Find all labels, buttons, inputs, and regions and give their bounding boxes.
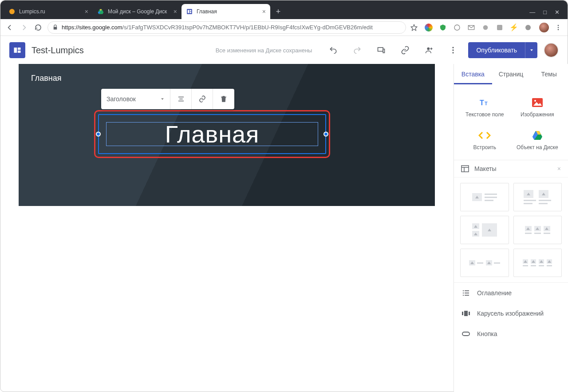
tab-label: Мой диск – Google Диск bbox=[108, 8, 170, 15]
menu-icon[interactable] bbox=[553, 23, 563, 32]
button-icon bbox=[462, 332, 470, 336]
preview-button[interactable] bbox=[372, 41, 390, 59]
share-button[interactable] bbox=[420, 41, 438, 59]
svg-marker-26 bbox=[161, 98, 164, 100]
site-name[interactable]: Test-Lumpics bbox=[32, 45, 84, 55]
svg-point-15 bbox=[558, 29, 559, 30]
layouts-label: Макеты bbox=[474, 165, 497, 172]
browser-tab-1[interactable]: Lumpics.ru × bbox=[4, 4, 93, 19]
ext-icon[interactable] bbox=[496, 24, 504, 32]
ext-icon[interactable]: ⚡ bbox=[510, 24, 518, 32]
layout-option-6[interactable] bbox=[513, 249, 562, 277]
layouts-section-header[interactable]: Макеты × bbox=[454, 160, 568, 178]
favicon-sites bbox=[186, 8, 193, 15]
insert-text-box[interactable]: TT Текстовое поле bbox=[458, 91, 511, 123]
more-menu-button[interactable] bbox=[444, 41, 462, 59]
insert-carousel[interactable]: Карусель изображений bbox=[454, 303, 568, 324]
canvas-area[interactable]: Главная Заголовок Главная bbox=[0, 64, 454, 392]
svg-rect-11 bbox=[497, 25, 502, 30]
link-button[interactable] bbox=[396, 41, 414, 59]
selection-highlight: Главная bbox=[94, 110, 330, 158]
ext-icon[interactable] bbox=[453, 24, 461, 32]
resize-handle-left[interactable] bbox=[96, 132, 101, 137]
ext-icon[interactable] bbox=[524, 24, 532, 32]
tab-insert[interactable]: Вставка bbox=[454, 64, 492, 84]
close-icon[interactable]: × bbox=[557, 165, 561, 172]
browser-tab-3[interactable]: Главная × bbox=[181, 4, 270, 19]
svg-rect-18 bbox=[18, 51, 21, 53]
svg-point-14 bbox=[558, 27, 559, 28]
page-header-section[interactable]: Главная Заголовок Главная bbox=[19, 64, 435, 206]
close-icon[interactable]: × bbox=[174, 8, 177, 15]
insert-link-button[interactable] bbox=[192, 89, 213, 109]
text-icon: TT bbox=[479, 96, 490, 109]
svg-point-13 bbox=[558, 25, 559, 26]
svg-point-23 bbox=[453, 49, 454, 51]
publish-dropdown[interactable] bbox=[525, 42, 537, 58]
svg-rect-20 bbox=[383, 49, 385, 53]
svg-rect-49 bbox=[469, 312, 470, 315]
sites-logo[interactable] bbox=[9, 42, 25, 58]
svg-point-21 bbox=[427, 48, 430, 50]
tab-label: Lumpics.ru bbox=[19, 8, 81, 15]
svg-text:T: T bbox=[480, 99, 484, 107]
svg-point-22 bbox=[453, 47, 454, 48]
layouts-icon bbox=[461, 165, 469, 172]
app-toolbar: Test-Lumpics Все изменения на Диске сохр… bbox=[0, 36, 568, 64]
tab-themes[interactable]: Темы bbox=[530, 64, 568, 84]
layout-option-1[interactable] bbox=[460, 183, 509, 211]
tab-label: Главная bbox=[197, 8, 259, 15]
layout-option-2[interactable] bbox=[513, 183, 562, 211]
ext-icon[interactable] bbox=[467, 24, 475, 32]
text-style-select[interactable]: Заголовок bbox=[101, 89, 170, 109]
ext-icon[interactable] bbox=[439, 24, 447, 32]
delete-button[interactable] bbox=[213, 89, 234, 109]
profile-avatar[interactable] bbox=[539, 23, 549, 32]
layout-option-3[interactable] bbox=[460, 216, 509, 244]
new-tab-button[interactable]: + bbox=[272, 5, 284, 18]
insert-toc[interactable]: Оглавление bbox=[454, 283, 568, 303]
page-label[interactable]: Главная bbox=[31, 74, 62, 83]
close-icon[interactable]: × bbox=[85, 8, 88, 15]
ext-icon[interactable] bbox=[425, 24, 433, 32]
svg-point-33 bbox=[534, 100, 536, 102]
insert-embed[interactable]: Встроить bbox=[458, 123, 511, 156]
ext-icon[interactable] bbox=[481, 24, 489, 32]
undo-button[interactable] bbox=[324, 41, 342, 59]
svg-rect-47 bbox=[462, 312, 463, 315]
forward-button[interactable] bbox=[19, 23, 29, 32]
page-title-text[interactable]: Главная bbox=[165, 120, 260, 148]
insert-drive[interactable]: Объект на Диске bbox=[511, 123, 564, 156]
svg-marker-25 bbox=[530, 49, 533, 51]
resize-handle-right[interactable] bbox=[323, 132, 328, 137]
insert-button[interactable]: Кнопка bbox=[454, 324, 568, 344]
insert-images[interactable]: Изображения bbox=[511, 91, 564, 123]
title-text-box[interactable]: Главная bbox=[106, 122, 318, 146]
url-field[interactable]: https://sites.google.com/s/1FafgTWSXDCvR… bbox=[47, 21, 406, 34]
browser-addressbar: https://sites.google.com/s/1FafgTWSXDCvR… bbox=[0, 19, 568, 36]
svg-point-24 bbox=[453, 52, 454, 53]
svg-rect-7 bbox=[190, 12, 192, 13]
favicon-lumpics bbox=[8, 8, 16, 15]
browser-tab-2[interactable]: Мой диск – Google Диск × bbox=[93, 4, 181, 19]
publish-button[interactable]: Опубликовать bbox=[468, 42, 537, 58]
layout-option-5[interactable] bbox=[460, 249, 509, 277]
close-icon[interactable]: × bbox=[262, 8, 266, 15]
close-window-icon[interactable]: ✕ bbox=[555, 9, 560, 16]
reload-button[interactable] bbox=[33, 23, 43, 32]
align-button[interactable] bbox=[170, 89, 192, 109]
svg-rect-48 bbox=[464, 311, 468, 316]
toc-label: Оглавление bbox=[477, 289, 512, 297]
account-avatar[interactable] bbox=[544, 43, 559, 58]
redo-button[interactable] bbox=[348, 41, 366, 59]
tab-pages[interactable]: Страниц bbox=[492, 64, 530, 84]
minimize-icon[interactable]: — bbox=[529, 9, 535, 16]
svg-rect-5 bbox=[188, 10, 189, 13]
svg-rect-38 bbox=[462, 166, 469, 172]
toc-icon bbox=[462, 290, 470, 296]
star-icon[interactable] bbox=[410, 24, 418, 31]
layout-option-4[interactable] bbox=[513, 216, 562, 244]
back-button[interactable] bbox=[5, 23, 15, 32]
selection-box[interactable]: Главная bbox=[98, 114, 326, 154]
maximize-icon[interactable]: □ bbox=[543, 9, 547, 16]
